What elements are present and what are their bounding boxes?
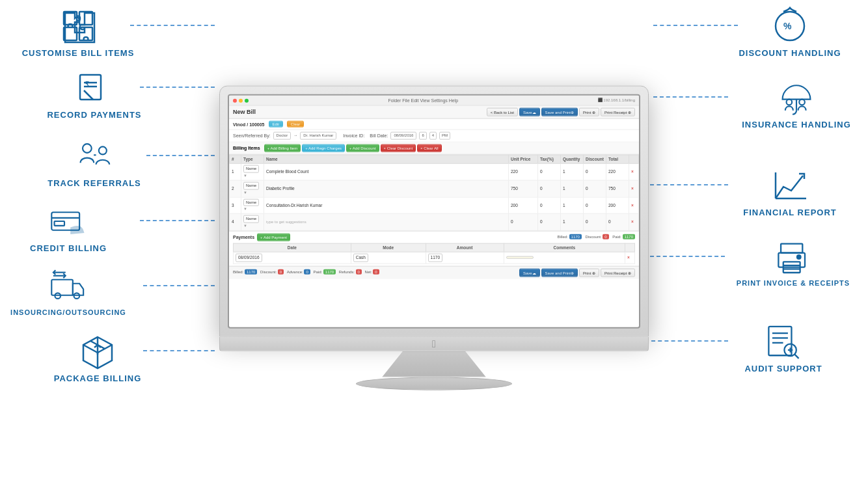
bottom-print-receipt-button[interactable]: Print Receipt ⊕ <box>601 268 635 277</box>
svg-rect-13 <box>55 221 64 226</box>
feature-financial-report: FINANCIAL REPORT <box>725 166 855 218</box>
payments-section: Payments + Add Payment Billed: 1170 Disc… <box>229 230 639 265</box>
add-billing-item-button[interactable]: + Add Billing Item <box>264 144 301 152</box>
print-button[interactable]: Print ⊕ <box>579 108 599 116</box>
bottom-billed-val: 1170 <box>245 269 257 275</box>
payment-row: 08/09/2016 Cash 1170 × <box>234 252 635 263</box>
row-delete[interactable]: × <box>629 180 639 197</box>
paid-label: Paid: <box>612 234 621 238</box>
svg-point-9 <box>99 146 107 154</box>
feature-package-billing-label: PACKAGE BILLING <box>54 373 142 384</box>
package-icon <box>78 332 117 371</box>
bottom-paid-label: Paid: <box>313 270 322 274</box>
doctor-name[interactable]: Dr. Harish Kumar <box>300 132 336 140</box>
bottom-save-print-button[interactable]: Save and Print⊕ <box>541 268 578 277</box>
svg-point-29 <box>799 99 805 105</box>
svg-rect-38 <box>768 327 791 355</box>
save-button[interactable]: Save☁ <box>519 108 540 116</box>
insurance-icon <box>777 78 816 117</box>
bill-min[interactable]: 4 <box>429 132 437 140</box>
row-total: 220 <box>606 163 629 180</box>
audit-icon <box>764 322 803 361</box>
row-qty: 1 <box>561 197 584 214</box>
col-total: Total <box>606 155 629 163</box>
print-receipt-button[interactable]: Print Receipt ⊕ <box>601 108 635 116</box>
bottom-print-button[interactable]: Print ⊕ <box>579 268 599 277</box>
feature-insurance-handling-label: INSURANCE HANDLING <box>742 120 851 130</box>
discount-value: 0 <box>603 234 608 239</box>
row-name[interactable]: type to get suggestions <box>264 213 509 230</box>
col-name: Name <box>264 155 509 163</box>
feature-audit-support-label: AUDIT SUPPORT <box>744 364 822 374</box>
edit-button[interactable]: Edit <box>269 121 283 128</box>
feature-record-payments: ₹ RECORD PAYMENTS <box>29 68 159 120</box>
bill-hour[interactable]: 6 <box>419 132 426 140</box>
bill-date-value[interactable]: 08/09/2016 <box>390 132 416 140</box>
clear-discount-button[interactable]: × Clear Discount <box>381 144 416 152</box>
row-delete[interactable]: × <box>629 213 639 230</box>
pay-amount[interactable]: 1170 <box>428 254 442 262</box>
feature-insourcing-outsourcing-label: INSOURCING/OUTSOURCING <box>10 308 126 317</box>
pay-date[interactable]: 08/09/2016 <box>236 254 262 262</box>
svg-text:%: % <box>783 21 792 31</box>
row-type: Name ▼ <box>241 213 264 230</box>
monitor-stand <box>382 351 486 377</box>
printer-icon <box>774 237 813 277</box>
col-tax: Tax(%) <box>538 155 561 163</box>
col-discount: Discount <box>584 155 606 163</box>
svg-text:₹: ₹ <box>85 81 89 87</box>
payments-label: Payments <box>233 234 254 240</box>
row-delete[interactable]: × <box>629 197 639 214</box>
save-and-print-button[interactable]: Save and Print⊕ <box>541 108 578 116</box>
bottom-advance-label: Advance: <box>287 270 303 274</box>
maximize-dot[interactable] <box>245 98 249 102</box>
bottom-save-button[interactable]: Save☁ <box>519 268 540 277</box>
connector-audit <box>651 340 728 342</box>
feature-credit-billing: CREDIT BILLING <box>3 202 133 254</box>
row-name[interactable]: Consultation-Dr.Harish Kumar <box>264 197 509 214</box>
bottom-discount-val: 0 <box>278 269 284 275</box>
clear-button[interactable]: Clear <box>287 121 304 128</box>
discount-icon: % <box>770 7 809 46</box>
row-name[interactable]: Complete Blood Count <box>264 163 509 180</box>
billing-actions: Billing Items + Add Billing Item + Add R… <box>229 142 639 155</box>
bottom-bar: Billed: 1170 Discount: 0 Advance: 0 Paid… <box>229 265 639 278</box>
feature-customise-bill-items: CUSTOMISE BILL ITEMS <box>13 7 143 59</box>
feature-print-invoice: PRINT INVOICE & RECEIPTS <box>722 237 865 288</box>
row-unit-price: 220 <box>509 163 538 180</box>
monitor: Folder File Edit View Settings Help ⬛ 19… <box>213 86 655 390</box>
billing-table-row: 4 Name ▼ type to get suggestions 0 0 1 0… <box>230 213 639 230</box>
main-container: CUSTOMISE BILL ITEMS ₹ RECORD PAYMENTS <box>0 0 868 488</box>
payments-table: Date Mode Amount Comments 08/09/2016 <box>233 243 635 264</box>
row-tax: 0 <box>538 213 561 230</box>
add-regn-charges-button[interactable]: + Add Regn Charges <box>302 144 345 152</box>
row-qty: 1 <box>561 163 584 180</box>
add-payment-button[interactable]: + Add Payment <box>257 233 290 241</box>
bottom-paid-val: 1170 <box>323 269 336 275</box>
bottom-net-val: 0 <box>373 269 379 275</box>
screen-title-bar-text: Folder File Edit View Settings Help <box>251 98 596 103</box>
row-num: 4 <box>230 213 241 230</box>
row-unit-price: 750 <box>509 180 538 197</box>
patient-name: Vinod / 100005 <box>233 121 265 127</box>
connector-print <box>650 256 725 257</box>
minimize-dot[interactable] <box>239 98 243 102</box>
row-name[interactable]: Diabetic Profile <box>264 180 509 197</box>
referred-by-value[interactable]: Doctor <box>273 132 292 140</box>
row-type: Name ▼ <box>241 197 264 214</box>
billed-summary: Billed: 1170 Discount: 0 Paid: 1170 <box>558 234 635 239</box>
pay-delete-button[interactable]: × <box>627 255 630 260</box>
monitor-body: Folder File Edit View Settings Help ⬛ 19… <box>219 86 649 337</box>
bill-ampm[interactable]: PM <box>439 132 450 140</box>
billed-label: Billed: <box>558 234 568 238</box>
feature-audit-support: AUDIT SUPPORT <box>718 322 848 374</box>
row-delete[interactable]: × <box>629 163 639 180</box>
back-to-list-button[interactable]: < Back to List <box>487 108 518 116</box>
pay-mode[interactable]: Cash <box>353 254 368 262</box>
close-dot[interactable] <box>233 98 237 102</box>
clear-all-button[interactable]: × Clear All <box>417 144 442 152</box>
add-discount-button[interactable]: + Add Discount <box>346 144 379 152</box>
row-qty: 1 <box>561 180 584 197</box>
pay-comments[interactable] <box>506 256 534 259</box>
screen-content: Folder File Edit View Settings Help ⬛ 19… <box>229 96 639 279</box>
